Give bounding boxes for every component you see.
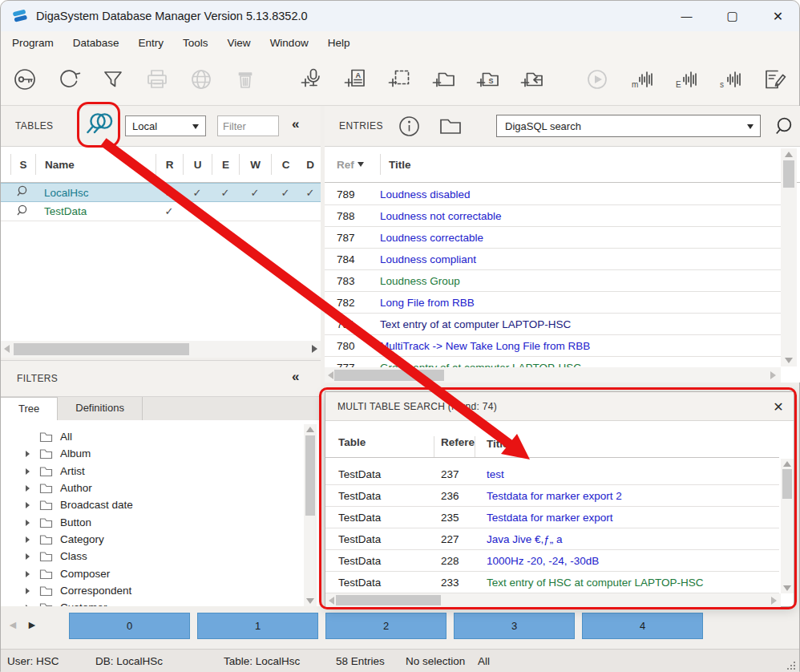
menu-program[interactable]: Program bbox=[4, 34, 62, 52]
tree-item[interactable]: Broadcast date bbox=[1, 496, 297, 513]
popup-vscrollbar[interactable] bbox=[781, 459, 794, 593]
col-header-c[interactable]: C bbox=[271, 154, 300, 175]
col-header-w[interactable]: W bbox=[239, 154, 271, 175]
col-header-reference[interactable]: Refere bbox=[434, 436, 475, 457]
scroll-left-icon[interactable] bbox=[328, 371, 333, 379]
expand-caret-icon[interactable] bbox=[26, 553, 30, 560]
popup-hscrollbar[interactable] bbox=[325, 593, 781, 607]
edit-entry-icon[interactable] bbox=[760, 66, 787, 94]
tree-item[interactable]: Class bbox=[1, 548, 297, 565]
tree-item[interactable]: Artist bbox=[1, 463, 297, 480]
entries-hscrollbar[interactable] bbox=[325, 367, 781, 383]
tree-item[interactable]: Correspondent bbox=[1, 582, 297, 599]
search-icon[interactable] bbox=[775, 116, 795, 140]
tree-item[interactable]: Composer bbox=[1, 565, 297, 582]
scroll-down-icon[interactable] bbox=[306, 598, 314, 604]
tree-item[interactable]: Author bbox=[1, 480, 297, 496]
search-result-row[interactable]: TestData237test bbox=[325, 464, 779, 485]
entries-vscrollbar-thumb[interactable] bbox=[783, 160, 794, 188]
tree-item[interactable]: Button bbox=[1, 514, 297, 531]
menu-database[interactable]: Database bbox=[65, 34, 127, 52]
print-icon[interactable] bbox=[143, 66, 171, 94]
web-icon[interactable] bbox=[188, 66, 215, 94]
search-result-row[interactable]: TestData227Java Jive €,ƒ„ a bbox=[325, 528, 779, 550]
col-header-e[interactable]: E bbox=[212, 154, 239, 175]
scroll-right-icon[interactable] bbox=[312, 345, 317, 353]
key-icon[interactable] bbox=[11, 66, 38, 94]
menu-help[interactable]: Help bbox=[320, 34, 358, 52]
singletrack-editor-icon[interactable]: s bbox=[716, 66, 743, 94]
table-row[interactable]: TestData ✓ ✓ bbox=[1, 202, 321, 221]
pager-prev-icon[interactable]: ◄ bbox=[7, 618, 18, 631]
popup-vscrollbar-thumb[interactable] bbox=[782, 469, 792, 499]
pager-button-3[interactable]: 3 bbox=[454, 613, 575, 639]
scroll-left-icon[interactable] bbox=[329, 597, 334, 605]
expand-caret-icon[interactable] bbox=[26, 520, 30, 526]
col-header-u[interactable]: U bbox=[183, 154, 212, 175]
scroll-down-icon[interactable] bbox=[783, 585, 791, 591]
filter-icon[interactable] bbox=[99, 66, 127, 94]
entry-row[interactable]: 787Loudness correctable bbox=[325, 227, 781, 249]
tables-hscrollbar[interactable] bbox=[1, 341, 321, 358]
tables-collapse-button[interactable]: « bbox=[292, 116, 299, 132]
pager-next-icon[interactable]: ► bbox=[26, 618, 38, 631]
scroll-down-icon[interactable] bbox=[785, 358, 793, 363]
search-result-row[interactable]: TestData235Testdata for marker export bbox=[325, 507, 779, 528]
scroll-right-icon[interactable] bbox=[771, 597, 777, 605]
entry-row[interactable]: 782Long File from RBB bbox=[325, 292, 781, 314]
tree-vscrollbar[interactable] bbox=[304, 424, 317, 606]
col-header-d[interactable]: D bbox=[300, 154, 321, 175]
info-icon[interactable] bbox=[398, 115, 420, 140]
refresh-icon[interactable] bbox=[55, 66, 83, 94]
expand-caret-icon[interactable] bbox=[26, 588, 30, 594]
tree-item[interactable]: Customer bbox=[1, 599, 297, 606]
expand-caret-icon[interactable] bbox=[26, 485, 30, 492]
tab-definitions[interactable]: Definitions bbox=[58, 397, 143, 420]
search-result-row[interactable]: TestData236Testdata for marker export 2 bbox=[325, 485, 779, 507]
filters-collapse-button[interactable]: « bbox=[292, 369, 299, 385]
expand-caret-icon[interactable] bbox=[26, 605, 30, 607]
table-scope-select[interactable]: Local bbox=[125, 115, 206, 136]
col-header-ref[interactable]: Ref bbox=[325, 159, 354, 171]
pager-button-0[interactable]: 0 bbox=[69, 613, 190, 639]
expand-caret-icon[interactable] bbox=[26, 468, 30, 475]
scroll-right-icon[interactable] bbox=[770, 371, 776, 379]
expand-caret-icon[interactable] bbox=[26, 536, 30, 543]
entry-row[interactable]: 781Text entry of at computer LAPTOP-HSC bbox=[325, 314, 781, 335]
col-header-s[interactable]: S bbox=[10, 154, 35, 175]
scroll-up-icon[interactable] bbox=[783, 461, 791, 467]
tree-item[interactable]: Album bbox=[1, 445, 297, 462]
add-subject-folder-icon[interactable]: S bbox=[474, 66, 501, 94]
search-result-row[interactable]: TestData2281000Hz -20, -24, -30dB bbox=[325, 550, 779, 572]
entry-row[interactable]: 788Loudness not correctable bbox=[325, 205, 781, 227]
sort-caret-icon[interactable] bbox=[358, 162, 364, 167]
add-import-folder-icon[interactable] bbox=[518, 66, 545, 94]
table-search-icon[interactable] bbox=[10, 204, 35, 219]
digasql-search-combo[interactable]: DigaSQL search bbox=[496, 115, 761, 137]
tree-item[interactable]: All bbox=[1, 428, 297, 445]
tables-hscrollbar-thumb[interactable] bbox=[14, 343, 189, 355]
entry-row[interactable]: 784Loudness compliant bbox=[325, 249, 781, 270]
close-button[interactable]: ✕ bbox=[755, 1, 800, 31]
delete-icon[interactable] bbox=[232, 66, 259, 94]
add-marker-entry-icon[interactable] bbox=[386, 66, 413, 94]
entry-row[interactable]: 783Loudness Group bbox=[325, 270, 781, 292]
resize-grip[interactable] bbox=[786, 661, 797, 672]
multi-table-search-icon[interactable] bbox=[83, 110, 116, 145]
scroll-up-icon[interactable] bbox=[306, 427, 314, 432]
pager-button-4[interactable]: 4 bbox=[582, 613, 703, 639]
expand-caret-icon[interactable] bbox=[26, 451, 30, 457]
search-result-row[interactable]: TestData233Text entry of HSC at computer… bbox=[325, 572, 779, 593]
minimize-button[interactable]: — bbox=[664, 1, 709, 31]
tab-tree[interactable]: Tree bbox=[1, 397, 58, 420]
add-text-entry-icon[interactable]: A bbox=[341, 66, 369, 94]
entry-row[interactable]: 780MultiTrack -> New Take Long File from… bbox=[325, 335, 781, 357]
col-header-title[interactable]: Title bbox=[475, 438, 509, 457]
expand-caret-icon[interactable] bbox=[26, 502, 30, 508]
folder-icon[interactable] bbox=[439, 118, 462, 138]
menu-window[interactable]: Window bbox=[262, 34, 317, 52]
maximize-button[interactable]: ▢ bbox=[709, 1, 755, 31]
table-row[interactable]: LocalHsc ✓ ✓ ✓ ✓ ✓ ✓ bbox=[1, 183, 321, 202]
add-audio-entry-icon[interactable] bbox=[297, 66, 325, 94]
menu-tools[interactable]: Tools bbox=[175, 34, 216, 52]
